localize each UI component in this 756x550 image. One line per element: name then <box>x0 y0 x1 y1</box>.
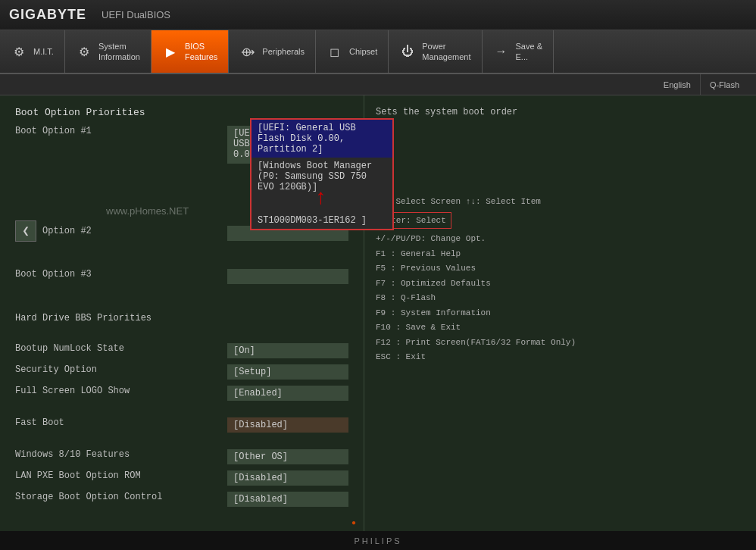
dropdown-item-1[interactable]: [UEFI: General USB Flash Disk 0.00, Part… <box>251 120 392 158</box>
key-help-section: →←: Select Screen ↑↓: Select Item Enter:… <box>376 195 745 364</box>
lan-pxe-label: LAN PXE Boot Option ROM <box>15 470 227 481</box>
lan-pxe-row: LAN PXE Boot Option ROM [Disabled] <box>15 470 348 486</box>
tab-power[interactable]: ⏻ PowerManagement <box>389 30 482 73</box>
key-f9: F9 : System Information <box>376 307 745 320</box>
hard-drive-section-label: Hard Drive BBS Priorities <box>15 313 348 323</box>
security-option-label: Security Option <box>15 364 227 375</box>
tab-peripherals[interactable]: ⟴ Peripherals <box>229 30 316 73</box>
fast-boot-label: Fast Boot <box>15 417 227 428</box>
full-screen-logo-value[interactable]: [Enabled] <box>227 386 348 401</box>
key-f5: F5 : Previous Values <box>376 262 745 275</box>
uefi-label: UEFI DualBIOS <box>102 9 170 20</box>
bootup-numlock-row: Bootup NumLock State [On] <box>15 343 348 358</box>
tab-system-info[interactable]: ⚙ SystemInformation <box>65 30 152 73</box>
boot-option-1-label: Boot Option #1 <box>15 126 227 136</box>
watermark: www.pHomes.NET <box>106 205 189 217</box>
sub-nav-bar: English Q-Flash <box>0 74 756 95</box>
chipset-icon: ◻ <box>326 43 343 60</box>
key-navigate: →←: Select Screen ↑↓: Select Item <box>376 195 745 208</box>
sub-nav-qflash[interactable]: Q-Flash <box>700 74 748 95</box>
tab-peripherals-label: Peripherals <box>262 46 305 57</box>
nav-tabs: ⚙ M.I.T. ⚙ SystemInformation ▶ BIOSFeatu… <box>0 30 756 74</box>
security-option-row: Security Option [Setup] <box>15 364 348 380</box>
boot-option-1-area: Boot Option #1 [UEFI: General USB Flash … <box>15 126 348 164</box>
key-change: +/-/PU/PD: Change Opt. <box>376 233 745 245</box>
key-f10: F10 : Save & Exit <box>376 321 745 334</box>
win-features-value[interactable]: [Other OS] <box>227 449 348 464</box>
bottom-brand: PHILIPS <box>354 536 401 545</box>
key-f8: F8 : Q-Flash <box>376 292 745 305</box>
dropdown-item-4[interactable]: ST1000DM003-1ER162 ] <box>251 212 392 229</box>
bootup-numlock-label: Bootup NumLock State <box>15 343 227 354</box>
bootup-numlock-value[interactable]: [On] <box>227 343 348 358</box>
tab-mit-label: M.I.T. <box>33 46 54 57</box>
tab-save-exit[interactable]: → Save &E... <box>483 30 554 73</box>
storage-boot-label: Storage Boot Option Control <box>15 492 227 502</box>
tab-save-exit-label: Save &E... <box>516 41 542 63</box>
peripherals-icon: ⟴ <box>239 43 256 60</box>
cursor-arrow-icon: ► <box>376 133 745 150</box>
tab-chipset[interactable]: ◻ Chipset <box>316 30 389 73</box>
back-button[interactable]: ❮ <box>15 220 36 242</box>
lan-pxe-value[interactable]: [Disabled] <box>227 470 348 486</box>
storage-boot-row: Storage Boot Option Control [Disabled] <box>15 492 348 507</box>
win-features-label: Windows 8/10 Features <box>15 449 227 460</box>
tab-power-label: PowerManagement <box>422 41 470 63</box>
key-f12: F12 : Print Screen(FAT16/32 Format Only) <box>376 336 745 349</box>
bios-features-icon: ▶ <box>162 43 179 60</box>
small-dot-indicator: ● <box>351 519 356 527</box>
fast-boot-value[interactable]: [Disabled] <box>227 417 348 433</box>
boot-option-3-label: Boot Option #3 <box>15 269 227 280</box>
boot-option-3-value[interactable] <box>227 269 348 284</box>
full-screen-logo-row: Full Screen LOGO Show [Enabled] <box>15 386 348 401</box>
key-enter: Enter: Select <box>376 211 745 231</box>
system-info-icon: ⚙ <box>76 43 92 60</box>
win-features-row: Windows 8/10 Features [Other OS] <box>15 449 348 464</box>
tab-bios-features-label: BIOSFeatures <box>185 41 217 63</box>
sub-nav-english[interactable]: English <box>654 74 700 95</box>
brand-bar: GIGABYTE UEFI DualBIOS <box>0 0 756 30</box>
key-f7: F7 : Optimized Defaults <box>376 277 745 290</box>
tab-mit[interactable]: ⚙ M.I.T. <box>0 30 65 73</box>
security-option-value[interactable]: [Setup] <box>227 364 348 380</box>
brand-logo: GIGABYTE <box>9 7 86 23</box>
boot-option-dropdown[interactable]: [UEFI: General USB Flash Disk 0.00, Part… <box>250 118 394 230</box>
full-screen-logo-label: Full Screen LOGO Show <box>15 386 227 396</box>
main-area: Boot Option Priorities Boot Option #1 [U… <box>0 95 756 531</box>
tab-bios-features[interactable]: ▶ BIOSFeatures <box>152 30 229 73</box>
fast-boot-row: Fast Boot [Disabled] <box>15 417 348 433</box>
storage-boot-value[interactable]: [Disabled] <box>227 492 348 507</box>
save-exit-icon: → <box>493 43 510 60</box>
left-panel: Boot Option Priorities Boot Option #1 [U… <box>0 95 364 531</box>
right-panel: Sets the system boot order ► →←: Select … <box>364 95 756 531</box>
section-header: Boot Option Priorities <box>15 107 348 118</box>
boot-option-3-row: Boot Option #3 <box>15 269 348 284</box>
key-esc: ESC : Exit <box>376 351 745 364</box>
tab-chipset-label: Chipset <box>349 46 377 57</box>
tab-system-info-label: SystemInformation <box>98 41 140 63</box>
mit-icon: ⚙ <box>11 43 27 60</box>
power-icon: ⏻ <box>399 43 416 60</box>
key-f1: F1 : General Help <box>376 248 745 261</box>
red-arrow-icon: ↑ <box>314 186 327 210</box>
boot-option-2-label: Boot Option #2 <box>15 226 227 236</box>
bottom-bar: PHILIPS <box>0 531 756 550</box>
help-text: Sets the system boot order <box>376 107 745 117</box>
